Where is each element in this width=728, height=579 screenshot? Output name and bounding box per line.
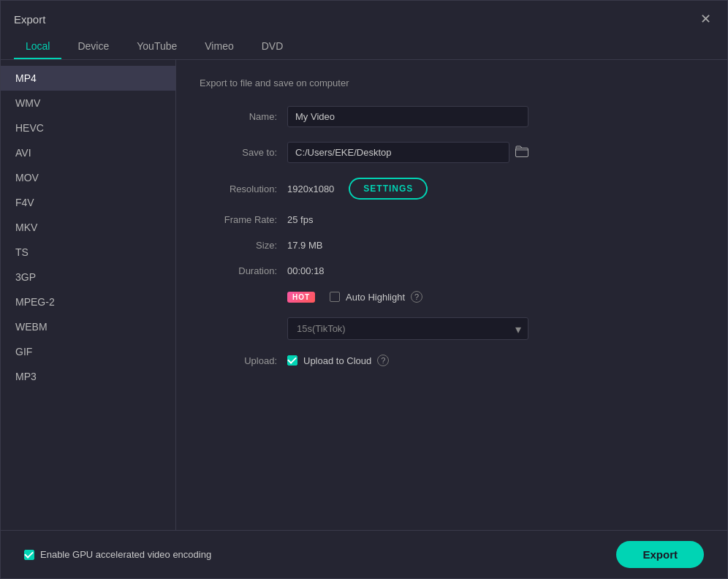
sidebar-item-gif[interactable]: GIF — [1, 339, 175, 364]
upload-to-cloud-checkbox[interactable] — [287, 355, 297, 366]
frame-rate-row: Frame Rate: 25 fps — [200, 214, 704, 225]
upload-help-icon[interactable]: ? — [377, 355, 389, 366]
tab-bar: Local Device YouTube Vimeo DVD — [1, 34, 727, 60]
sidebar-item-ts[interactable]: TS — [1, 240, 175, 265]
sidebar-item-hevc[interactable]: HEVC — [1, 116, 175, 140]
sidebar-item-mov[interactable]: MOV — [1, 165, 175, 190]
tiktok-select[interactable]: 15s(TikTok) 60s(TikTok) 30s(Instagram) — [287, 317, 528, 340]
main-area: MP4 WMV HEVC AVI MOV F4V MKV TS 3GP MPEG… — [1, 60, 727, 530]
duration-row: Duration: 00:00:18 — [200, 265, 704, 276]
tab-local[interactable]: Local — [14, 34, 61, 59]
size-row: Size: 17.9 MB — [200, 240, 704, 251]
duration-value: 00:00:18 — [287, 265, 325, 276]
gpu-label-group: Enable GPU accelerated video encoding — [24, 549, 211, 560]
upload-controls: Upload to Cloud ? — [287, 355, 389, 366]
format-sidebar: MP4 WMV HEVC AVI MOV F4V MKV TS 3GP MPEG… — [1, 60, 176, 530]
sidebar-item-mpeg2[interactable]: MPEG-2 — [1, 290, 175, 314]
tab-dvd[interactable]: DVD — [250, 34, 295, 59]
name-label: Name: — [200, 111, 287, 122]
sidebar-item-mkv[interactable]: MKV — [1, 215, 175, 240]
sidebar-item-wmv[interactable]: WMV — [1, 91, 175, 116]
dialog-title: Export — [14, 13, 45, 26]
gpu-label-text: Enable GPU accelerated video encoding — [40, 549, 211, 560]
svg-rect-0 — [516, 148, 528, 156]
hot-badge: HOT — [287, 292, 315, 303]
frame-rate-value: 25 fps — [287, 214, 313, 225]
upload-row: Upload: Upload to Cloud ? — [200, 355, 704, 366]
size-label: Size: — [200, 240, 287, 251]
resolution-content: 1920x1080 SETTINGS — [287, 178, 428, 200]
bottom-bar: Enable GPU accelerated video encoding Ex… — [1, 530, 727, 578]
gpu-checkbox[interactable] — [24, 550, 34, 560]
title-bar: Export ✕ — [1, 1, 727, 34]
export-dialog: Export ✕ Local Device YouTube Vimeo DVD … — [0, 0, 728, 579]
auto-highlight-help-icon[interactable]: ? — [411, 291, 422, 303]
sidebar-item-mp3[interactable]: MP3 — [1, 364, 175, 389]
section-title: Export to file and save on computer — [200, 77, 704, 88]
auto-highlight-checkbox-label[interactable]: Auto Highlight — [330, 292, 405, 303]
auto-highlight-checkbox[interactable] — [330, 292, 340, 302]
save-to-label: Save to: — [200, 147, 287, 158]
resolution-value: 1920x1080 — [287, 183, 334, 194]
resolution-row: Resolution: 1920x1080 SETTINGS — [200, 178, 704, 200]
export-button[interactable]: Export — [616, 541, 704, 568]
sidebar-item-3gp[interactable]: 3GP — [1, 265, 175, 290]
close-button[interactable]: ✕ — [697, 11, 714, 27]
sidebar-item-mp4[interactable]: MP4 — [1, 66, 175, 91]
sidebar-item-f4v[interactable]: F4V — [1, 190, 175, 215]
tab-vimeo[interactable]: Vimeo — [193, 34, 245, 59]
auto-highlight-controls: HOT Auto Highlight ? — [287, 291, 422, 303]
upload-to-cloud-checkbox-label[interactable]: Upload to Cloud — [287, 355, 371, 366]
save-to-input[interactable] — [287, 142, 509, 163]
sidebar-item-avi[interactable]: AVI — [1, 140, 175, 165]
duration-label: Duration: — [200, 265, 287, 276]
browse-folder-button[interactable] — [515, 145, 528, 160]
upload-to-cloud-text: Upload to Cloud — [303, 355, 371, 366]
auto-highlight-text: Auto Highlight — [346, 292, 405, 303]
settings-button[interactable]: SETTINGS — [349, 178, 428, 200]
tiktok-select-wrapper: 15s(TikTok) 60s(TikTok) 30s(Instagram) — [287, 317, 528, 340]
export-content: Export to file and save on computer Name… — [176, 60, 727, 530]
save-to-row: Save to: — [200, 142, 704, 163]
upload-label: Upload: — [200, 355, 287, 366]
size-value: 17.9 MB — [287, 240, 322, 251]
resolution-label: Resolution: — [200, 183, 287, 194]
auto-highlight-row: HOT Auto Highlight ? — [200, 291, 704, 303]
tab-device[interactable]: Device — [66, 34, 121, 59]
name-row: Name: — [200, 106, 704, 127]
tab-youtube[interactable]: YouTube — [125, 34, 189, 59]
frame-rate-label: Frame Rate: — [200, 214, 287, 225]
path-row — [287, 142, 528, 163]
sidebar-item-webm[interactable]: WEBM — [1, 314, 175, 339]
name-input[interactable] — [287, 106, 528, 127]
